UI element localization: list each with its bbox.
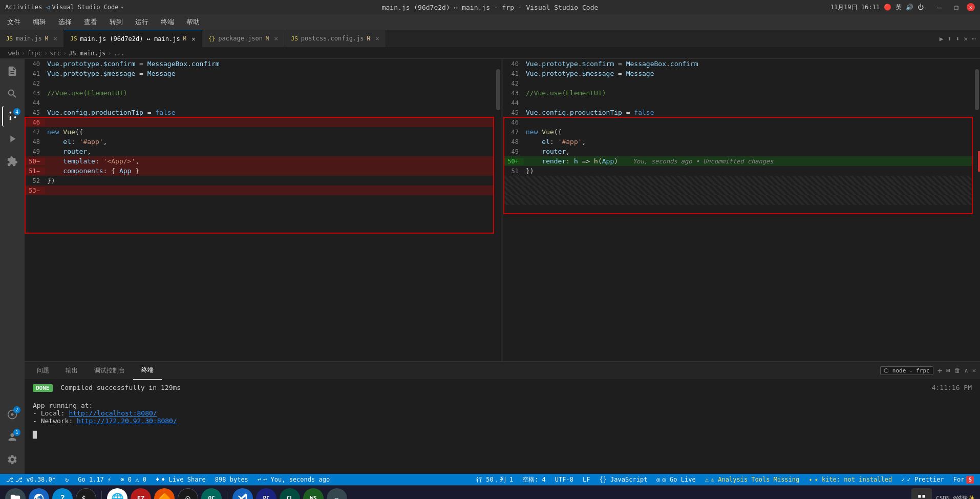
editor-area: 40 Vue.prototype.$confirm = MessageBox.c… xyxy=(25,59,980,474)
taskbar-grid-icon[interactable] xyxy=(911,488,932,500)
right-scrollbar[interactable] xyxy=(973,59,980,361)
minimize-button[interactable]: — xyxy=(933,3,946,12)
bc-file[interactable]: JS main.js xyxy=(69,50,105,57)
left-scrollbar[interactable] xyxy=(494,59,501,361)
terminal-content[interactable]: DONE Compiled successfully in 129ms 4:11… xyxy=(25,380,980,474)
menu-edit[interactable]: 编辑 xyxy=(31,16,48,28)
menu-file[interactable]: 文件 xyxy=(5,16,23,28)
tab-package-json[interactable]: {} package.json M × xyxy=(202,30,285,47)
go-live-status[interactable]: ◎ ◎ Go Live xyxy=(654,476,697,483)
git-author-status[interactable]: ↩ ↩ You, seconds ago xyxy=(255,476,332,483)
file-size-status[interactable]: 898 bytes xyxy=(213,476,250,483)
tab-close-button[interactable]: × xyxy=(53,34,57,43)
errors-status[interactable]: ⊗ 0 △ 0 xyxy=(118,476,148,483)
more-actions-icon[interactable]: ⋯ xyxy=(972,35,976,43)
activity-remote[interactable]: 2 xyxy=(2,404,23,425)
left-line-49: 49 router, xyxy=(25,147,494,156)
position-status[interactable]: 行 50，列 1 xyxy=(474,475,515,484)
tab-postcss[interactable]: JS postcss.config.js M × xyxy=(285,30,387,47)
taskbar-help[interactable]: ? xyxy=(52,488,73,500)
panel-tab-output[interactable]: 输出 xyxy=(57,362,86,380)
taskbar-filezilla[interactable]: FZ xyxy=(131,488,151,500)
language-status[interactable]: {} JavaScript xyxy=(597,476,649,483)
bc-src[interactable]: src xyxy=(50,50,61,57)
taskbar-terminal[interactable]: $_ xyxy=(76,488,96,500)
taskbar-browser[interactable] xyxy=(29,488,49,500)
taskbar-vlc[interactable]: 🔶 xyxy=(154,488,175,500)
analysis-status[interactable]: ⚠ ⚠ Analysis Tools Missing xyxy=(703,476,802,483)
network-url-link[interactable]: http://172.20.92.30:8080/ xyxy=(77,417,177,425)
tab-bar-actions: ▶ ⬆ ⬇ ✕ ⋯ xyxy=(935,30,980,47)
right-line-50: 50+ render: h => h(App) You, seconds ago… xyxy=(503,156,973,166)
menu-terminal[interactable]: 终端 xyxy=(159,16,176,28)
trash-terminal-icon[interactable]: 🗑 xyxy=(954,367,961,374)
encoding-status[interactable]: UTF-8 xyxy=(553,476,576,483)
spaces-status[interactable]: 空格: 4 xyxy=(520,475,548,484)
left-line-51: 51− components: { App } xyxy=(25,166,494,176)
add-terminal-icon[interactable]: + xyxy=(938,366,943,376)
terminal-app-running: App running at: xyxy=(33,402,972,409)
collapse-panel-icon[interactable]: ∧ xyxy=(965,367,968,374)
activity-extensions[interactable] xyxy=(2,151,23,172)
activity-account[interactable]: 1 xyxy=(2,427,23,447)
tab-main-js-diff[interactable]: JS main.js (96d7e2d) ↔ main.js M × xyxy=(64,30,202,47)
prettier-status[interactable]: ✓ ✓ Prettier xyxy=(899,476,946,483)
split-down-icon[interactable]: ⬇ xyxy=(956,35,960,43)
panel-tab-debug[interactable]: 调试控制台 xyxy=(86,362,133,380)
right-scrollbar-thumb[interactable] xyxy=(975,69,979,110)
activity-run[interactable] xyxy=(2,129,23,149)
bc-frpc[interactable]: frpc xyxy=(27,50,42,57)
bc-ellipsis[interactable]: ... xyxy=(113,50,124,57)
menu-help[interactable]: 帮助 xyxy=(184,16,202,28)
bc-web[interactable]: web xyxy=(8,50,19,57)
taskbar-obs[interactable]: ⊙ xyxy=(178,488,198,500)
menu-select[interactable]: 选择 xyxy=(56,16,74,28)
taskbar-chrome[interactable]: 🌐 xyxy=(107,488,127,500)
menu-view[interactable]: 查看 xyxy=(82,16,99,28)
activity-settings[interactable] xyxy=(2,449,23,470)
split-terminal-icon[interactable]: ⊞ xyxy=(946,367,950,374)
split-up-icon[interactable]: ⬆ xyxy=(948,35,952,43)
language-label: {} JavaScript xyxy=(599,476,647,483)
right-empty-3 xyxy=(503,195,973,205)
tab-close-button-3[interactable]: × xyxy=(274,34,278,43)
taskbar-pycharm[interactable]: PC xyxy=(256,488,276,500)
activity-files[interactable] xyxy=(2,61,23,81)
activities-label[interactable]: Activities xyxy=(5,4,42,11)
tab-close-button-2[interactable]: × xyxy=(191,35,196,43)
left-scrollbar-thumb[interactable] xyxy=(496,69,500,110)
right-empty-2 xyxy=(503,185,973,195)
close-all-icon[interactable]: ✕ xyxy=(964,35,968,43)
taskbar-notes[interactable]: ✏ xyxy=(327,488,347,500)
menu-goto[interactable]: 转到 xyxy=(108,16,125,28)
live-share-status[interactable]: ♦ ♦ Live Share xyxy=(154,476,208,483)
right-line-42: 42 xyxy=(503,78,973,88)
local-url-link[interactable]: http://localhost:8080/ xyxy=(69,409,157,417)
activity-source-control[interactable]: 4 xyxy=(2,106,23,127)
go-live-label: ◎ Go Live xyxy=(663,476,696,483)
taskbar-files[interactable] xyxy=(5,488,26,500)
tab-close-button-4[interactable]: × xyxy=(375,34,379,43)
kite-status[interactable]: ✦ ✦ kite: not installed xyxy=(806,476,894,483)
taskbar-webstorm[interactable]: WS xyxy=(303,488,324,500)
taskbar-vscode[interactable] xyxy=(232,488,253,500)
go-version-status[interactable]: Go 1.17 ⚡ xyxy=(76,476,113,483)
close-panel-icon[interactable]: ✕ xyxy=(972,367,976,374)
taskbar-qc[interactable]: QC xyxy=(201,488,222,500)
left-line-52: 52 }) xyxy=(25,176,494,185)
panel-tab-problems[interactable]: 问题 xyxy=(29,362,57,380)
menu-run[interactable]: 运行 xyxy=(133,16,151,28)
line-ending-status[interactable]: LF xyxy=(581,476,592,483)
tab-main-js[interactable]: JS main.js M × xyxy=(0,30,64,47)
activity-search[interactable] xyxy=(2,84,23,104)
branch-status[interactable]: ⎇ ⎇ v0.38.0* xyxy=(4,476,58,483)
sync-icon: ↻ xyxy=(65,476,69,483)
restore-button[interactable]: ❐ xyxy=(950,3,963,11)
left-line-50: 50− template: '<App/>', xyxy=(25,156,494,166)
sync-status[interactable]: ↻ xyxy=(63,476,71,483)
close-button[interactable]: ✕ xyxy=(967,3,975,11)
taskbar-clion[interactable]: CL xyxy=(280,488,300,500)
tab-label-4: postcss.config.js xyxy=(301,35,364,42)
panel-tab-terminal[interactable]: 终端 xyxy=(133,362,162,380)
run-icon[interactable]: ▶ xyxy=(940,35,944,43)
